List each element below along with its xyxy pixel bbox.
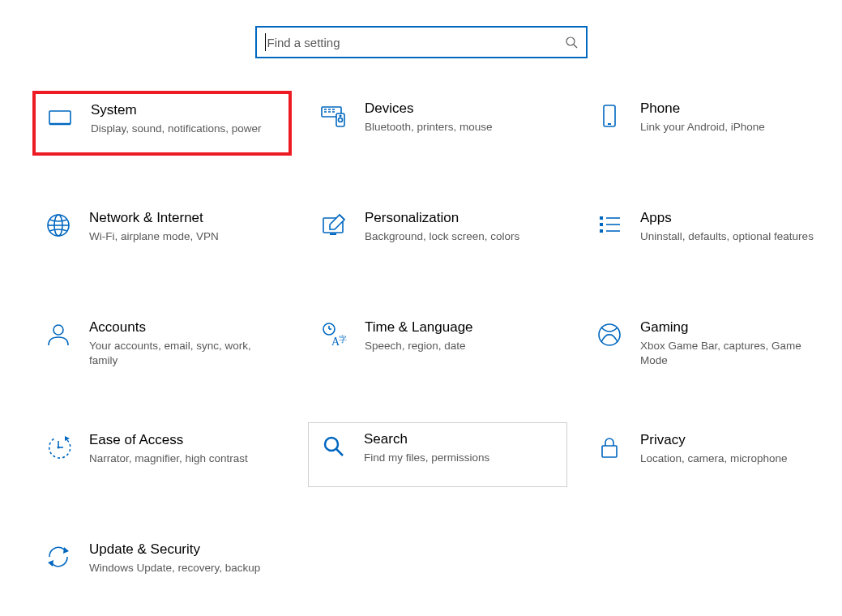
network-icon <box>39 210 78 239</box>
personalization-icon <box>314 210 353 239</box>
search-box[interactable] <box>255 26 588 58</box>
tile-desc: Speech, region, date <box>365 339 473 353</box>
svg-point-38 <box>58 447 60 449</box>
search-input[interactable] <box>267 36 565 49</box>
phone-icon <box>590 101 629 130</box>
tile-network[interactable]: Network & Internet Wi-Fi, airplane mode,… <box>32 200 292 265</box>
tile-title: System <box>91 102 262 118</box>
tile-desc: Your accounts, email, sync, work, family <box>89 339 267 368</box>
tile-time-language[interactable]: A 字 Time & Language Speech, region, date <box>308 310 567 378</box>
tile-personalization[interactable]: Personalization Background, lock screen,… <box>308 200 567 265</box>
accounts-icon <box>39 319 78 349</box>
tile-desc: Display, sound, notifications, power <box>91 122 262 136</box>
svg-line-40 <box>336 449 343 456</box>
time-language-icon: A 字 <box>314 319 353 349</box>
search-container <box>0 0 842 91</box>
tile-title: Privacy <box>640 432 788 448</box>
svg-point-39 <box>325 438 338 451</box>
tile-desc: Background, lock screen, colors <box>365 229 519 244</box>
svg-marker-42 <box>63 547 69 554</box>
apps-icon <box>590 210 629 239</box>
devices-icon <box>314 101 353 130</box>
tile-gaming[interactable]: Gaming Xbox Game Bar, captures, Game Mod… <box>583 310 842 378</box>
svg-rect-23 <box>600 223 603 226</box>
tile-search[interactable]: Search Find my files, permissions <box>308 422 567 487</box>
tile-title: Update & Security <box>89 541 260 558</box>
svg-rect-24 <box>600 229 603 233</box>
tile-desc: Location, camera, microphone <box>640 451 788 466</box>
tile-title: Personalization <box>365 210 519 226</box>
tile-update-security[interactable]: Update & Security Windows Update, recove… <box>32 532 292 597</box>
privacy-icon <box>590 432 629 461</box>
tile-title: Apps <box>640 210 814 226</box>
svg-rect-22 <box>600 216 603 220</box>
tile-apps[interactable]: Apps Uninstall, defaults, optional featu… <box>583 200 842 265</box>
tile-ease-of-access[interactable]: Ease of Access Narrator, magnifier, high… <box>32 422 292 487</box>
search-icon <box>565 36 578 49</box>
svg-marker-43 <box>48 560 53 567</box>
tile-title: Time & Language <box>365 319 473 336</box>
tile-desc: Bluetooth, printers, mouse <box>365 120 493 135</box>
text-cursor <box>265 33 266 51</box>
svg-rect-41 <box>602 446 617 457</box>
tile-desc: Wi-Fi, airplane mode, VPN <box>89 229 219 244</box>
tile-title: Search <box>364 431 489 447</box>
tile-desc: Find my files, permissions <box>364 451 489 465</box>
ease-of-access-icon <box>39 432 78 461</box>
tile-title: Accounts <box>89 319 267 336</box>
tile-desc: Narrator, magnifier, high contrast <box>89 451 248 466</box>
settings-grid: System Display, sound, notifications, po… <box>0 91 842 597</box>
svg-point-13 <box>340 115 341 117</box>
tile-phone[interactable]: Phone Link your Android, iPhone <box>583 91 842 156</box>
tile-desc: Uninstall, defaults, optional features <box>640 229 814 244</box>
gaming-icon <box>590 319 629 349</box>
tile-privacy[interactable]: Privacy Location, camera, microphone <box>583 422 842 487</box>
tile-title: Phone <box>640 101 765 117</box>
tile-title: Gaming <box>640 319 818 336</box>
tile-devices[interactable]: Devices Bluetooth, printers, mouse <box>308 91 567 156</box>
tile-desc: Xbox Game Bar, captures, Game Mode <box>640 339 818 368</box>
tile-title: Network & Internet <box>89 210 219 226</box>
system-icon <box>41 102 79 131</box>
svg-point-0 <box>566 37 575 45</box>
tile-accounts[interactable]: Accounts Your accounts, email, sync, wor… <box>32 310 292 378</box>
tile-system[interactable]: System Display, sound, notifications, po… <box>32 91 292 156</box>
tile-desc: Link your Android, iPhone <box>640 120 765 135</box>
svg-rect-2 <box>49 111 71 124</box>
tile-desc: Windows Update, recovery, backup <box>89 561 260 575</box>
svg-line-1 <box>574 45 577 48</box>
search-tile-icon <box>314 431 353 460</box>
svg-text:字: 字 <box>339 335 347 344</box>
tile-title: Ease of Access <box>89 432 248 448</box>
tile-title: Devices <box>365 101 493 117</box>
update-security-icon <box>39 541 78 571</box>
svg-point-28 <box>53 325 63 335</box>
